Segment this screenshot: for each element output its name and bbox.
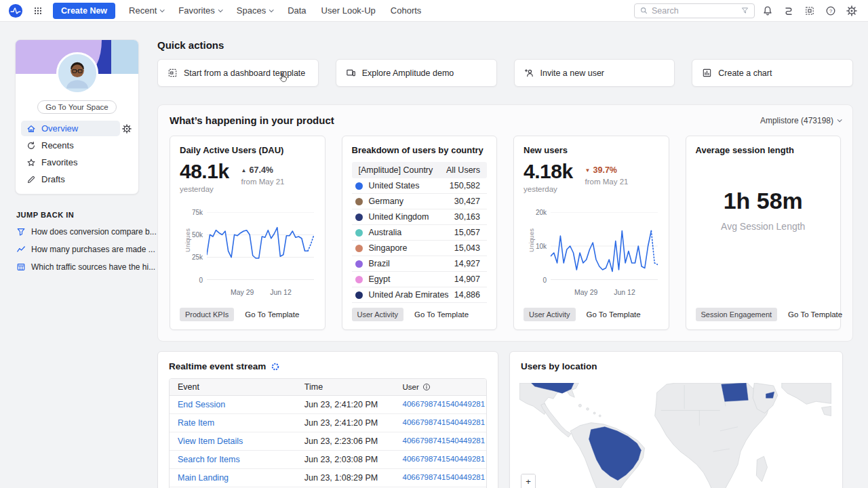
country-name: Egypt: [369, 274, 391, 284]
event-link[interactable]: Main Landing: [178, 473, 229, 483]
map-egypt-highlight: [722, 383, 748, 401]
avatar[interactable]: [56, 52, 98, 94]
event-table: Event Time User End SessionJun 23, 2:41:…: [169, 378, 487, 488]
quick-action-create-a-chart[interactable]: Create a chart: [692, 59, 853, 87]
sidebar-item-label: Recents: [41, 140, 74, 150]
dau-card-title: Daily Active Users (DAU): [180, 145, 315, 155]
session-length-card: Average session length 1h 58m Avg Sessio…: [686, 136, 842, 330]
quick-action-explore-amplitude-demo[interactable]: Explore Amplitude demo: [336, 59, 497, 87]
country-row-united-arab-emirates[interactable]: United Arab Emirates14,886: [352, 287, 488, 303]
country-users-value: 14,907: [454, 274, 480, 284]
project-selector[interactable]: Amplistore (473198): [760, 116, 841, 125]
apps-grid-icon[interactable]: [30, 3, 46, 19]
nav-item-recent[interactable]: Recent: [129, 5, 163, 16]
asia-shape: [782, 383, 831, 404]
country-tag-pill[interactable]: User Activity: [352, 308, 404, 321]
sidebar-item-favorites[interactable]: Favorites: [21, 155, 133, 170]
country-row-singapore[interactable]: Singapore15,043: [352, 241, 488, 256]
sidebar-row: Recents: [21, 138, 133, 153]
country-row-australia[interactable]: Australia15,057: [352, 225, 488, 241]
nav-item-spaces[interactable]: Spaces: [237, 5, 273, 16]
nav-item-data[interactable]: Data: [288, 5, 306, 16]
event-link[interactable]: Rate Item: [178, 418, 214, 428]
event-link[interactable]: End Session: [178, 400, 225, 409]
session-tag-pill[interactable]: Session Engagement: [696, 308, 778, 321]
journey-icon[interactable]: [781, 3, 797, 19]
sidebar-item-drafts[interactable]: Drafts: [21, 171, 133, 187]
quick-action-invite-a-new-user[interactable]: Invite a new user: [514, 59, 675, 87]
chevron-down-icon: [269, 7, 274, 12]
country-row-germany[interactable]: Germany30,427: [352, 194, 488, 209]
project-selector-label: Amplistore (473198): [760, 116, 833, 125]
nav-item-cohorts[interactable]: Cohorts: [391, 5, 422, 16]
sidebar-menu: OverviewRecentsFavoritesDrafts: [16, 121, 138, 187]
bell-icon[interactable]: [760, 3, 776, 19]
settings-gear-icon[interactable]: [844, 3, 860, 19]
jump-item-1[interactable]: How does conversion compare b...: [16, 227, 138, 237]
search-filter-icon[interactable]: [741, 6, 749, 15]
quick-action-start-from-a-dashboard-template[interactable]: Start from a dashboard template: [157, 59, 319, 87]
new-users-tag-pill[interactable]: User Activity: [524, 308, 576, 321]
time-column-header[interactable]: Time: [296, 379, 395, 395]
sidebar-row: Favorites: [21, 155, 133, 170]
create-new-button[interactable]: Create New: [53, 3, 115, 19]
dau-go-to-template-link[interactable]: Go To Template: [245, 310, 299, 319]
dau-change: ▲67.4%: [241, 165, 285, 175]
search-input[interactable]: [652, 6, 737, 16]
country-row-egypt[interactable]: Egypt14,907: [352, 272, 488, 287]
go-to-your-space-button[interactable]: Go To Your Space: [37, 100, 117, 114]
event-cell: Search for Items: [170, 451, 296, 468]
navbar-right: ?: [634, 3, 860, 19]
dau-value-caption: yesterday: [180, 185, 229, 193]
user-column-header[interactable]: User: [395, 379, 486, 395]
search-box[interactable]: [634, 3, 755, 18]
new-users-line-chart: Uniques010k20kMay 29Jun 12: [524, 207, 659, 298]
jump-item-3[interactable]: Which traffic sources have the hi...: [16, 262, 138, 272]
jump-item-2[interactable]: How many purchases are made ...: [16, 245, 138, 254]
world-map[interactable]: [519, 383, 831, 488]
quick-actions-title: Quick actions: [157, 39, 853, 51]
nav-item-label: Spaces: [237, 5, 266, 16]
stream-title: Realtime event stream: [169, 361, 266, 371]
frame-select-icon[interactable]: [802, 3, 818, 19]
user-id-link[interactable]: 4066798741540449281: [403, 418, 486, 426]
country-name: Brazil: [369, 259, 390, 268]
top-navbar: Create New RecentFavoritesSpacesDataUser…: [0, 0, 868, 22]
country-row-united-kingdom[interactable]: United Kingdom30,163: [352, 209, 488, 225]
event-link[interactable]: View Item Details: [178, 436, 243, 446]
help-icon[interactable]: ?: [823, 3, 839, 19]
y-tick-label: 0: [185, 277, 203, 284]
search-icon: [639, 6, 648, 15]
table-icon: [16, 262, 26, 272]
country-row-brazil[interactable]: Brazil14,927: [352, 256, 488, 272]
country-color-dot: [355, 276, 363, 283]
sidebar-item-overview[interactable]: Overview: [21, 121, 120, 136]
y-tick-label: 10k: [529, 243, 547, 250]
country-name: Singapore: [369, 243, 408, 253]
user-id-link[interactable]: 4066798741540449281: [403, 436, 486, 445]
profile-card: Go To Your Space OverviewRecentsFavorite…: [15, 39, 139, 195]
user-id-link[interactable]: 4066798741540449281: [403, 473, 486, 481]
y-tick-label: 25k: [185, 253, 203, 261]
gear-icon[interactable]: [122, 124, 132, 134]
nav-item-favorites[interactable]: Favorites: [178, 5, 221, 16]
country-users-value: 30,427: [454, 197, 480, 206]
event-link[interactable]: Search for Items: [178, 455, 240, 464]
new-users-go-to-template-link[interactable]: Go To Template: [587, 310, 641, 319]
users-by-location-card: Users by location: [509, 351, 843, 488]
country-cell: Egypt: [355, 274, 391, 284]
new-users-card: New users 4.18k yesterday ▼39.7% from Ma…: [513, 136, 669, 330]
dau-tag-pill[interactable]: Product KPIs: [180, 308, 234, 321]
user-id-link[interactable]: 4066798741540449281: [403, 455, 486, 463]
country-row-united-states[interactable]: United States150,582: [352, 178, 488, 194]
sidebar: Go To Your Space OverviewRecentsFavorite…: [15, 39, 139, 488]
sidebar-item-recents[interactable]: Recents: [21, 138, 133, 153]
country-go-to-template-link[interactable]: Go To Template: [414, 310, 469, 319]
country-color-dot: [355, 198, 363, 205]
event-column-header[interactable]: Event: [170, 379, 296, 395]
nav-item-user-look-up[interactable]: User Look-Up: [321, 5, 376, 16]
map-zoom-in-button[interactable]: +: [521, 474, 535, 488]
amplitude-logo-icon[interactable]: [8, 3, 23, 18]
session-go-to-template-link[interactable]: Go To Template: [788, 310, 842, 319]
user-id-link[interactable]: 4066798741540449281: [403, 400, 486, 408]
